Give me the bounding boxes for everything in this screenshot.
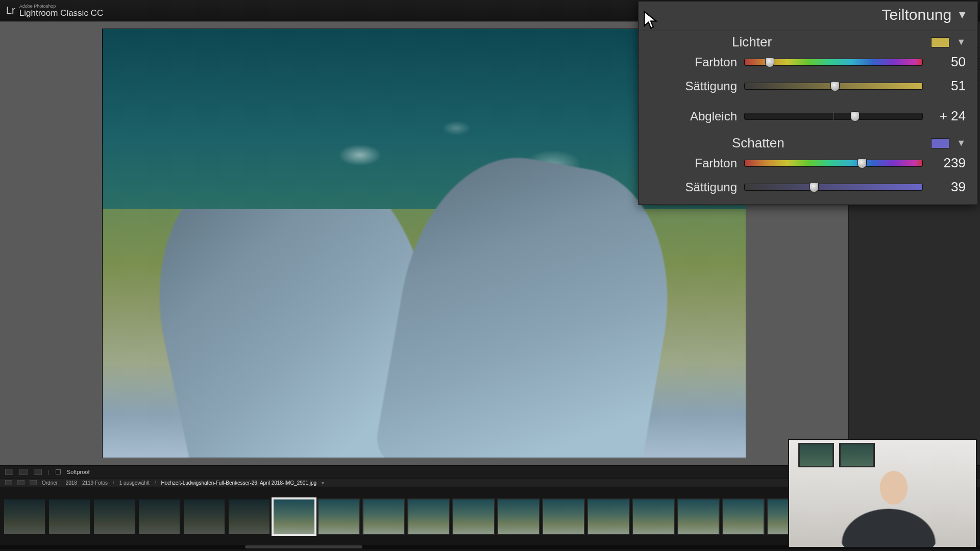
softproof-checkbox[interactable] — [56, 469, 61, 474]
filmstrip-thumb[interactable] — [587, 498, 630, 535]
filmstrip-thumb[interactable] — [362, 498, 405, 535]
filmstrip-thumb[interactable] — [3, 498, 46, 535]
mouse-cursor-icon — [643, 10, 657, 30]
panel-header[interactable]: Teiltonung ▼ — [639, 2, 977, 31]
shadows-label: Schatten — [732, 135, 785, 151]
highlights-sat-label: Sättigung — [650, 79, 737, 93]
highlights-hue-label: Farbton — [650, 55, 737, 69]
highlights-hue-slider[interactable] — [744, 59, 923, 66]
filmstrip-thumb[interactable] — [317, 498, 360, 535]
filmstrip-thumb[interactable] — [228, 498, 271, 535]
grid-icon[interactable] — [17, 480, 24, 485]
folder-year: 2018 — [66, 480, 77, 486]
filmstrip-thumb[interactable] — [632, 498, 675, 535]
shadows-picker-icon[interactable]: ▼ — [957, 138, 966, 148]
shadows-sat-label: Sättigung — [650, 180, 737, 194]
highlights-sat-row: Sättigung 51 — [639, 76, 977, 100]
balance-slider[interactable] — [744, 113, 923, 120]
product-name: Adobe Photoshop Lightroom Classic CC — [19, 4, 103, 17]
brand-large: Lightroom Classic CC — [19, 9, 103, 17]
lightroom-logo: Lr — [6, 5, 15, 16]
sort-icon[interactable] — [30, 480, 37, 485]
shadows-hue-slider[interactable] — [744, 160, 923, 167]
filmstrip-thumb[interactable] — [183, 498, 226, 535]
highlights-swatch[interactable] — [931, 37, 949, 47]
view-loupe-icon[interactable] — [5, 469, 13, 475]
filmstrip-thumb[interactable] — [138, 498, 181, 535]
balance-value: + 24 — [930, 108, 966, 124]
filmstrip-thumb[interactable] — [542, 498, 585, 535]
shadows-sat-row: Sättigung 39 — [639, 177, 977, 204]
shadows-hue-value: 239 — [930, 155, 966, 171]
highlights-sat-value: 51 — [930, 78, 966, 94]
shadows-sat-value: 39 — [930, 179, 966, 195]
current-filename: Hochzeit-Ludwigshafen-Full-Benkesser-26.… — [161, 480, 316, 486]
balance-row: Abgleich + 24 — [639, 100, 977, 130]
filmstrip-thumb[interactable] — [407, 498, 450, 535]
folder-label: Ordner : — [42, 480, 61, 486]
shadows-swatch[interactable] — [931, 138, 949, 148]
panel-collapse-icon[interactable]: ▼ — [957, 8, 968, 21]
view-compare-icon[interactable] — [19, 469, 28, 475]
filmstrip-thumb[interactable] — [677, 498, 720, 535]
balance-label: Abgleich — [650, 109, 737, 123]
filmstrip-thumb[interactable] — [452, 498, 495, 535]
filmstrip-thumb[interactable] — [48, 498, 91, 535]
filmstrip-thumb[interactable] — [722, 498, 765, 535]
filmstrip-thumb[interactable] — [93, 498, 136, 535]
highlights-header: Lichter ▼ — [639, 31, 977, 52]
shadows-hue-row: Farbton 239 — [639, 153, 977, 177]
highlights-hue-row: Farbton 50 — [639, 52, 977, 76]
presenter-figure — [838, 463, 940, 548]
filmstrip-thumb[interactable] — [273, 498, 315, 535]
panel-title: Teiltonung — [881, 6, 951, 23]
shadows-sat-slider[interactable] — [744, 184, 923, 191]
photo-count: 2119 Fotos — [82, 480, 108, 486]
shadows-header: Schatten ▼ — [639, 130, 977, 153]
webcam-overlay — [788, 439, 977, 548]
secondary-display-icon[interactable] — [5, 480, 12, 485]
highlights-label: Lichter — [732, 34, 772, 50]
filmstrip-scroll-thumb[interactable] — [245, 545, 362, 548]
filmstrip-thumb[interactable] — [497, 498, 540, 535]
view-survey-icon[interactable] — [34, 469, 42, 475]
highlights-sat-slider[interactable] — [744, 83, 923, 90]
highlights-picker-icon[interactable]: ▼ — [957, 37, 966, 47]
selected-count: 1 ausgewählt — [119, 480, 150, 486]
softproof-label: Softproof — [67, 469, 90, 475]
highlights-hue-value: 50 — [930, 54, 966, 70]
split-toning-panel: Teiltonung ▼ Lichter ▼ Farbton 50 Sättig… — [638, 1, 978, 205]
shadows-hue-label: Farbton — [650, 156, 737, 170]
